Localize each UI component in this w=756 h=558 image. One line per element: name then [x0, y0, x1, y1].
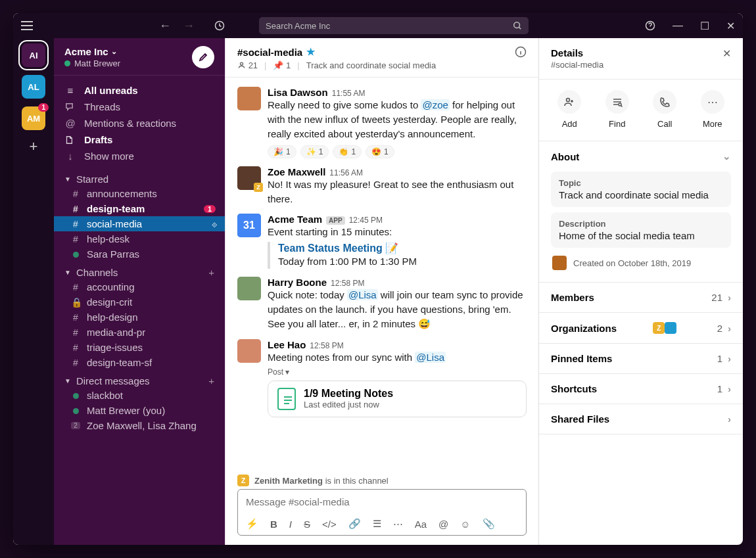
channel-item[interactable]: #announcements: [54, 186, 225, 201]
channel-item[interactable]: 🔒design-crit: [54, 294, 225, 310]
about-section-header[interactable]: About⌄: [539, 141, 743, 172]
close-button[interactable]: ✕: [726, 20, 735, 32]
workspace-switcher[interactable]: AM1: [22, 106, 45, 130]
more-format-button[interactable]: ⋯: [393, 518, 403, 530]
attach-button[interactable]: 📎: [483, 518, 495, 530]
avatar[interactable]: 31: [237, 214, 261, 237]
sidebar-header[interactable]: Acme Inc ⌄ Matt Brewer: [54, 38, 225, 76]
caret-icon: ▼: [64, 377, 71, 384]
composer-toolbar: ⚡ B I S </> 🔗 ☰ ⋯ Aa @ ☺ 📎: [238, 514, 526, 535]
back-button[interactable]: ←: [159, 19, 171, 33]
reaction[interactable]: 🎉 1: [268, 145, 296, 158]
help-icon[interactable]: [645, 20, 655, 31]
dm-item[interactable]: Matt Brewer (you): [54, 403, 225, 418]
channel-prefix: #: [71, 189, 80, 199]
reaction[interactable]: 👏 1: [333, 145, 362, 158]
channel-item[interactable]: #media-and-pr: [54, 325, 225, 340]
section-starred[interactable]: ▼Starred: [54, 168, 225, 186]
topic-card[interactable]: Topic Track and coordinate social media: [551, 172, 731, 207]
lightning-icon[interactable]: ⚡: [246, 518, 258, 530]
reaction[interactable]: ✨ 1: [300, 145, 329, 158]
message-author[interactable]: Lee Hao: [268, 339, 306, 350]
find-button[interactable]: Find: [605, 90, 629, 129]
mention[interactable]: @zoe: [421, 99, 449, 110]
avatar[interactable]: [237, 87, 261, 110]
workspace-switcher[interactable]: AI: [22, 43, 45, 67]
shared-channel-icon: ⟐: [212, 219, 217, 229]
add-dm-button[interactable]: +: [208, 375, 214, 386]
nav-all-unreads[interactable]: ≡All unreads: [54, 82, 225, 99]
section-channels[interactable]: ▼Channels+: [54, 262, 225, 279]
avatar[interactable]: [237, 277, 261, 300]
add-people-button[interactable]: Add: [557, 90, 581, 129]
message-input[interactable]: [238, 490, 526, 514]
section-dms[interactable]: ▼Direct messages+: [54, 370, 225, 388]
workspace-switcher[interactable]: AL: [22, 75, 45, 99]
channel-item[interactable]: Sara Parras: [54, 246, 225, 262]
message-time: 12:58 PM: [331, 279, 364, 288]
code-button[interactable]: </>: [322, 519, 337, 530]
dm-item[interactable]: 2Zoe Maxwell, Lisa Zhang: [54, 418, 225, 433]
channel-name[interactable]: #social-media: [237, 47, 302, 58]
search-input[interactable]: Search Acme Inc: [259, 17, 529, 34]
channel-item[interactable]: #design-team-sf: [54, 355, 225, 370]
pinned-section[interactable]: Pinned Items1›: [539, 344, 743, 373]
add-workspace-button[interactable]: +: [30, 138, 38, 155]
strike-button[interactable]: S: [304, 519, 310, 530]
message-author[interactable]: Lisa Dawson: [268, 87, 328, 98]
message-author[interactable]: Acme Team: [268, 214, 322, 225]
message-author[interactable]: Zoe Maxwell: [268, 166, 325, 177]
description-card[interactable]: Description Home of the social media tea…: [551, 212, 731, 248]
channel-item[interactable]: #help-desk: [54, 231, 225, 246]
pin-count[interactable]: 📌 1: [273, 60, 291, 70]
italic-button[interactable]: I: [289, 519, 292, 530]
call-button[interactable]: Call: [653, 90, 676, 129]
list-button[interactable]: ☰: [373, 518, 381, 530]
channel-item[interactable]: #design-team1: [54, 201, 225, 216]
bold-button[interactable]: B: [270, 519, 277, 530]
arrow-down-icon: ↓: [64, 151, 76, 162]
post-attachment[interactable]: 1/9 Meeting NotesLast edited just now: [268, 381, 527, 417]
font-button[interactable]: Aa: [415, 519, 427, 530]
hamburger-icon[interactable]: [21, 21, 33, 30]
channel-topic[interactable]: Track and coordinate social media: [306, 60, 437, 70]
nav-mentions[interactable]: @Mentions & reactions: [54, 115, 225, 131]
emoji-button[interactable]: ☺: [460, 519, 470, 530]
mention[interactable]: @Lisa: [415, 352, 446, 363]
dm-item[interactable]: slackbot: [54, 388, 225, 403]
compose-button[interactable]: [192, 46, 214, 68]
info-icon[interactable]: [515, 46, 527, 58]
post-label[interactable]: Post ▾: [268, 367, 527, 377]
reaction[interactable]: 😍 1: [366, 145, 394, 158]
avatar[interactable]: [237, 339, 261, 363]
mention[interactable]: @Lisa: [347, 289, 378, 300]
channel-item[interactable]: #social-media⟐: [54, 216, 225, 231]
nav-show-more[interactable]: ↓Show more: [54, 148, 225, 164]
history-icon[interactable]: [214, 20, 225, 31]
close-details-button[interactable]: ✕: [722, 47, 731, 60]
minimize-button[interactable]: —: [673, 20, 683, 32]
nav-drafts[interactable]: Drafts: [54, 131, 225, 148]
shortcuts-section[interactable]: Shortcuts1›: [539, 374, 743, 404]
nav-threads[interactable]: Threads: [54, 99, 225, 115]
link-button[interactable]: 🔗: [348, 518, 361, 530]
channel-item[interactable]: #triage-issues: [54, 340, 225, 355]
message-composer[interactable]: ⚡ B I S </> 🔗 ☰ ⋯ Aa @ ☺ 📎: [237, 489, 527, 536]
more-button[interactable]: ⋯More: [701, 90, 724, 129]
event-attachment[interactable]: Team Status Meeting 📝Today from 1:00 PM …: [268, 242, 527, 269]
presence-indicator: [71, 249, 80, 260]
channel-item[interactable]: #help-design: [54, 310, 225, 325]
member-count[interactable]: 21: [237, 60, 258, 70]
add-channel-button[interactable]: +: [208, 267, 214, 278]
mention-button[interactable]: @: [438, 519, 448, 530]
orgs-section[interactable]: OrganizationsZ2›: [539, 313, 743, 343]
members-section[interactable]: Members21›: [539, 283, 743, 312]
channel-item[interactable]: #accounting: [54, 279, 225, 294]
avatar[interactable]: Z: [237, 166, 261, 190]
maximize-button[interactable]: ☐: [700, 20, 709, 32]
message-author[interactable]: Harry Boone: [268, 277, 327, 288]
files-section[interactable]: Shared Files›: [539, 404, 743, 434]
forward-button[interactable]: →: [183, 19, 195, 33]
message: Lisa Dawson11:55 AMReally need to give s…: [225, 83, 538, 162]
star-icon[interactable]: ★: [306, 46, 315, 58]
